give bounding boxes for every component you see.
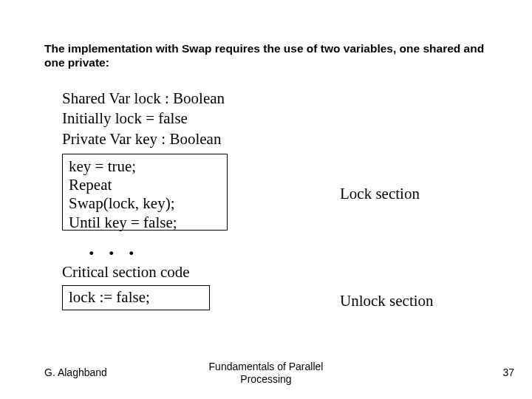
footer-title-line-2: Processing xyxy=(0,373,532,386)
lock-line-1: key = true; xyxy=(69,157,221,176)
ellipsis-icon: . . . xyxy=(89,235,139,260)
lock-line-2: Repeat xyxy=(69,176,221,194)
decl-line-1: Shared Var lock : Boolean xyxy=(62,89,225,109)
lock-line-3: Swap(lock, key); xyxy=(69,194,221,213)
unlock-code-block: lock := false; xyxy=(62,285,210,310)
slide-heading: The implementation with Swap requires th… xyxy=(44,41,488,70)
decl-line-3: Private Var key : Boolean xyxy=(62,129,225,149)
lock-line-4: Until key = false; xyxy=(69,214,221,232)
declarations-block: Shared Var lock : Boolean Initially lock… xyxy=(62,89,225,149)
lock-section-label: Lock section xyxy=(340,185,420,203)
footer-title-line-1: Fundamentals of Parallel xyxy=(0,361,532,373)
slide: The implementation with Swap requires th… xyxy=(0,0,532,399)
lock-code-block: key = true; Repeat Swap(lock, key); Unti… xyxy=(62,154,228,231)
footer-page-number: 37 xyxy=(502,366,514,378)
decl-line-2: Initially lock = false xyxy=(62,109,225,129)
unlock-line-1: lock := false; xyxy=(69,287,203,307)
critical-section-label: Critical section code xyxy=(62,263,190,282)
footer-title: Fundamentals of Parallel Processing xyxy=(0,361,532,386)
unlock-section-label: Unlock section xyxy=(340,292,434,310)
